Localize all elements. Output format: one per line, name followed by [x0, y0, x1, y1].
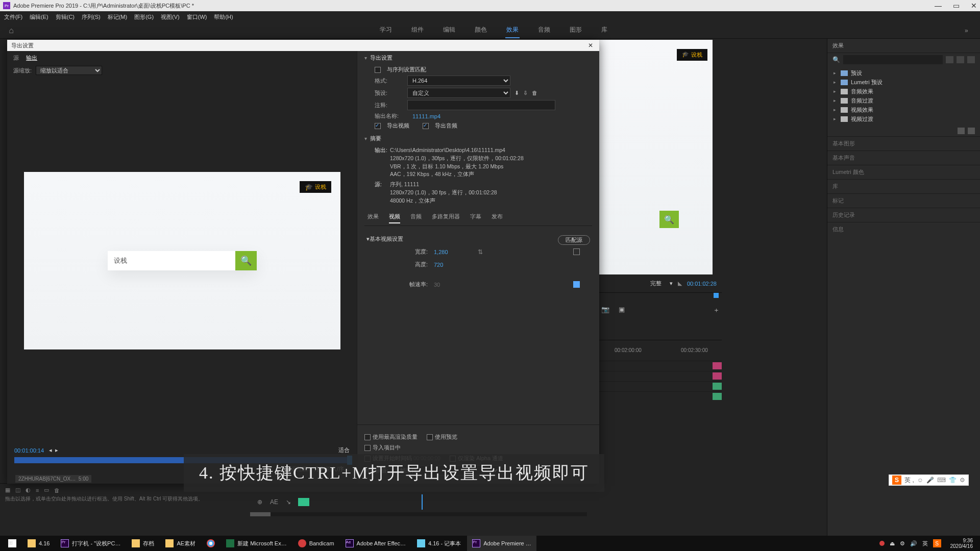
match-sequence-checkbox[interactable]	[375, 67, 381, 73]
zoom-fit-dropdown[interactable]: 完整	[647, 280, 665, 287]
tool-button[interactable]: AE	[270, 497, 279, 507]
menu-clip[interactable]: 剪辑(C)	[56, 13, 75, 21]
workspace-overflow[interactable]: »	[965, 27, 980, 34]
tab-publish[interactable]: 发布	[492, 213, 503, 223]
step-fwd-button[interactable]: ▸	[55, 447, 58, 454]
ws-assembly[interactable]: 组件	[410, 22, 425, 38]
fps-match-checkbox[interactable]	[573, 281, 580, 288]
menu-help[interactable]: 帮助(H)	[214, 13, 233, 21]
maximize-button[interactable]: ▭	[953, 2, 960, 10]
twirl-icon[interactable]: ▾	[364, 136, 367, 141]
ws-effects[interactable]: 效果	[505, 22, 520, 38]
tray-icon[interactable]: 🔊	[910, 540, 917, 547]
tab-output[interactable]: 输出	[26, 54, 37, 62]
tray-record-icon[interactable]	[879, 541, 885, 546]
delete-preset-icon[interactable]: 🗑	[532, 90, 537, 96]
taskbar-clock[interactable]: 9:36 2020/4/16	[946, 538, 977, 549]
match-source-button[interactable]: 匹配源	[558, 235, 590, 245]
tab-captions[interactable]: 字幕	[470, 213, 481, 223]
tree-item-audio-effects[interactable]: ▸音频效果	[831, 87, 976, 96]
taskbar-item[interactable]: Pr打字机 - "设栈PC…	[56, 536, 126, 551]
panel-markers[interactable]: 标记	[827, 193, 980, 208]
camera-icon[interactable]: 📷	[601, 306, 609, 315]
timeline-ruler[interactable]: 00:02:00:00 00:02:30:00	[599, 340, 722, 361]
video-clip[interactable]	[713, 362, 722, 369]
system-tray[interactable]: ⏏ ⚙ 🔊 英 S	[875, 539, 945, 547]
export-audio-checkbox[interactable]	[423, 123, 429, 129]
menu-marker[interactable]: 标记(M)	[108, 13, 128, 21]
export-preview[interactable]: 🎓设栈 设栈 🔍	[24, 172, 340, 349]
source-scale-select[interactable]: 缩放以适合	[36, 66, 102, 75]
taskbar-item[interactable]: Bandicam	[293, 536, 339, 551]
tool-button[interactable]: ◫	[15, 487, 20, 493]
taskbar-item[interactable]	[202, 536, 220, 551]
tree-item-lumetri[interactable]: ▸Lumetri 预设	[831, 78, 976, 87]
tab-source[interactable]: 源	[13, 54, 19, 62]
tab-effects[interactable]: 效果	[368, 213, 379, 223]
effects-filter-icon[interactable]	[967, 56, 975, 63]
height-value[interactable]: 720	[434, 262, 464, 268]
taskbar-item[interactable]: AE素材	[160, 536, 201, 551]
menu-window[interactable]: 窗口(W)	[187, 13, 207, 21]
menu-graphics[interactable]: 图形(G)	[134, 13, 154, 21]
home-icon[interactable]: ⌂	[0, 26, 22, 35]
max-render-checkbox[interactable]	[364, 434, 371, 440]
tab-video[interactable]: 视频	[389, 213, 400, 223]
import-preset-icon[interactable]: ⇩	[523, 90, 528, 96]
twirl-icon[interactable]: ▾	[364, 55, 367, 61]
tree-item-presets[interactable]: ▸预设	[831, 68, 976, 78]
ime-voice-icon[interactable]: 🎤	[926, 477, 934, 484]
ime-lang[interactable]: 英 ,	[904, 476, 914, 485]
width-match-checkbox[interactable]	[573, 248, 580, 255]
tree-item-audio-transitions[interactable]: ▸音频过渡	[831, 96, 976, 105]
minimize-button[interactable]: —	[935, 2, 942, 10]
video-clip[interactable]	[713, 372, 722, 380]
ws-learn[interactable]: 学习	[379, 22, 393, 38]
tool-button[interactable]: ▦	[5, 487, 10, 493]
playhead-icon[interactable]	[714, 293, 719, 298]
program-ruler[interactable]	[599, 292, 722, 302]
preview-fit-dropdown[interactable]: 适合	[338, 446, 350, 454]
width-value[interactable]: 1,280	[434, 249, 464, 255]
tool-button[interactable]: ▭	[44, 487, 49, 493]
tool-button[interactable]: ◐	[26, 487, 31, 493]
taskbar-item[interactable]: 4.16	[22, 536, 55, 551]
delete-icon[interactable]	[968, 128, 975, 134]
tab-multiplexer[interactable]: 多路复用器	[432, 213, 460, 223]
tool-button[interactable]: 🗑	[54, 487, 60, 493]
video-track[interactable]	[599, 361, 722, 371]
timeline-scrollbar[interactable]	[250, 512, 587, 516]
ws-graphics[interactable]: 图形	[569, 22, 583, 38]
effects-filter-icon[interactable]	[957, 56, 964, 63]
tab-audio[interactable]: 音频	[410, 213, 422, 223]
panel-essential-graphics[interactable]: 基本图形	[827, 136, 980, 151]
tool-button[interactable]: ≡	[36, 487, 39, 493]
panel-history[interactable]: 历史记录	[827, 208, 980, 222]
effects-filter-icon[interactable]	[946, 56, 953, 63]
tray-icon[interactable]: ⚙	[900, 540, 905, 547]
format-select[interactable]: H.264	[407, 76, 510, 86]
taskbar-start[interactable]: ⊞	[3, 536, 21, 551]
save-preset-icon[interactable]: ⬇	[514, 90, 519, 96]
program-canvas[interactable]: 🎓设栈 🔍	[593, 40, 713, 274]
taskbar-item[interactable]: 4.16 - 记事本	[412, 536, 466, 551]
video-track[interactable]	[599, 371, 722, 381]
audio-clip[interactable]	[713, 393, 722, 400]
ime-keyboard-icon[interactable]: ⌨	[937, 477, 946, 484]
panel-lumetri-color[interactable]: Lumetri 颜色	[827, 165, 980, 179]
comment-input[interactable]	[407, 100, 555, 110]
close-button[interactable]: ✕	[971, 2, 977, 10]
new-bin-icon[interactable]	[958, 128, 965, 134]
tray-ime-icon[interactable]: S	[933, 539, 941, 547]
tool-button[interactable]: ⊕	[255, 497, 264, 507]
menu-edit[interactable]: 编辑(E)	[30, 13, 48, 21]
tool-button[interactable]: ↘	[284, 497, 293, 507]
menu-sequence[interactable]: 序列(S)	[82, 13, 101, 21]
taskbar-item-active[interactable]: PrAdobe Premiere …	[467, 536, 536, 551]
ime-emoji-icon[interactable]: ☺	[917, 477, 923, 484]
taskbar-item[interactable]: AeAdobe After Effec…	[340, 536, 411, 551]
compare-icon[interactable]: ▣	[619, 306, 625, 315]
audio-track[interactable]	[599, 391, 722, 402]
link-dimensions-icon[interactable]: ⇅	[478, 248, 483, 256]
export-video-checkbox[interactable]	[375, 123, 381, 129]
